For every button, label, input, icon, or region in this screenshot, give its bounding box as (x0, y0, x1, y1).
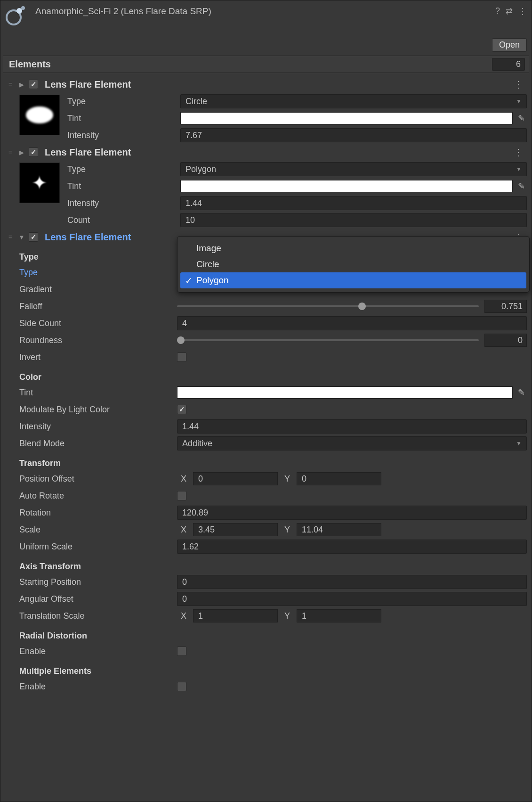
elements-count[interactable]: 6 (492, 58, 525, 71)
roundness-value[interactable]: 0 (484, 334, 527, 347)
gradient-label: Gradient (19, 285, 177, 295)
element-2-header: = ▶ Lens Flare Element ⋮ (5, 144, 527, 161)
element-1-header: = ▶ Lens Flare Element ⋮ (5, 76, 527, 93)
x-label: X (177, 525, 190, 535)
tint-color-field[interactable] (180, 112, 513, 124)
scale-label: Scale (19, 525, 177, 535)
y-label: Y (281, 525, 294, 535)
falloff-slider[interactable]: 0.751 (177, 300, 527, 313)
position-y-field[interactable]: 0 (297, 472, 381, 485)
y-label: Y (281, 611, 294, 621)
intensity-field[interactable]: 1.44 (180, 196, 527, 210)
modulate-label: Modulate By Light Color (19, 405, 177, 415)
side-count-field[interactable]: 4 (177, 316, 527, 330)
drag-handle-icon[interactable]: = (5, 233, 15, 241)
section-type: Type (19, 246, 177, 264)
open-button[interactable]: Open (492, 38, 527, 52)
asset-title: Anamorphic_Sci-Fi 2 (Lens Flare Data SRP… (35, 5, 495, 16)
element-enabled-checkbox[interactable] (29, 80, 38, 89)
blend-mode-dropdown[interactable]: Additive▼ (177, 436, 527, 450)
caret-down-icon: ▼ (516, 98, 522, 105)
uniform-scale-label: Uniform Scale (19, 542, 177, 552)
falloff-label: Falloff (19, 302, 177, 311)
popup-option-image[interactable]: Image (180, 240, 526, 256)
starting-position-field[interactable]: 0 (177, 575, 527, 589)
kebab-icon[interactable]: ⋮ (510, 147, 527, 158)
y-label: Y (281, 474, 294, 484)
angular-offset-field[interactable]: 0 (177, 592, 527, 606)
inspector-panel: Anamorphic_Sci-Fi 2 (Lens Flare Data SRP… (0, 0, 532, 802)
count-field[interactable]: 10 (180, 213, 527, 227)
type-label: Type (67, 164, 180, 174)
foldout-arrow-icon[interactable]: ▶ (17, 149, 26, 156)
element-thumbnail[interactable] (19, 163, 60, 203)
element-title: Lens Flare Element (41, 232, 131, 243)
element-thumbnail[interactable] (19, 95, 60, 135)
intensity-field[interactable]: 7.67 (180, 128, 527, 142)
tint-label: Tint (67, 114, 180, 123)
type-dropdown[interactable]: Polygon▼ (180, 162, 527, 176)
tint-label: Tint (19, 388, 177, 398)
element-3-body: Type Type ▼ Image Circle Polygon Gradien… (5, 246, 527, 695)
svg-point-2 (21, 6, 25, 10)
inspector-header: Anamorphic_Sci-Fi 2 (Lens Flare Data SRP… (0, 0, 532, 38)
drag-handle-icon[interactable]: = (5, 148, 15, 156)
x-label: X (177, 474, 190, 484)
multiple-enable-checkbox[interactable] (177, 682, 186, 691)
eyedropper-icon[interactable]: ✎ (516, 181, 527, 191)
scale-y-field[interactable]: 11.04 (297, 523, 381, 536)
multiple-enable-label: Enable (19, 682, 177, 692)
section-radial-distortion: Radial Distortion (19, 624, 177, 643)
radial-enable-checkbox[interactable] (177, 647, 186, 656)
side-count-label: Side Count (19, 319, 177, 328)
type-popup: Image Circle Polygon (177, 236, 530, 293)
uniform-scale-field[interactable]: 1.62 (177, 540, 527, 554)
type-label: Type (67, 97, 180, 106)
preset-icon[interactable]: ⇄ (506, 6, 513, 16)
translation-x-field[interactable]: 1 (193, 609, 278, 622)
starting-position-label: Starting Position (19, 577, 177, 587)
element-enabled-checkbox[interactable] (29, 147, 38, 157)
menu-icon[interactable]: ⋮ (518, 6, 527, 16)
eyedropper-icon[interactable]: ✎ (516, 387, 527, 398)
count-label: Count (67, 215, 180, 225)
tint-color-field[interactable] (180, 180, 513, 192)
invert-checkbox[interactable] (177, 352, 186, 362)
scale-x-field[interactable]: 3.45 (193, 523, 278, 536)
intensity-label: Intensity (67, 198, 180, 208)
element-title: Lens Flare Element (41, 79, 131, 90)
asset-icon (5, 5, 26, 26)
elements-header: Elements 6 (3, 56, 529, 73)
intensity-field[interactable]: 1.44 (177, 419, 527, 434)
auto-rotate-checkbox[interactable] (177, 491, 186, 500)
type-label-active: Type (19, 268, 177, 278)
tint-color-field[interactable] (177, 386, 513, 399)
element-enabled-checkbox[interactable] (29, 232, 38, 242)
roundness-slider[interactable]: 0 (177, 334, 527, 347)
elements-title: Elements (9, 59, 492, 70)
falloff-value[interactable]: 0.751 (484, 300, 527, 313)
caret-down-icon: ▼ (516, 166, 522, 172)
foldout-arrow-icon[interactable]: ▼ (17, 234, 26, 241)
drag-handle-icon[interactable]: = (5, 81, 15, 88)
section-color: Color (19, 366, 177, 384)
x-label: X (177, 611, 190, 621)
help-icon[interactable]: ? (495, 6, 500, 16)
invert-label: Invert (19, 352, 177, 362)
kebab-icon[interactable]: ⋮ (510, 79, 527, 90)
rotation-field[interactable]: 120.89 (177, 506, 527, 520)
foldout-arrow-icon[interactable]: ▶ (17, 81, 26, 88)
translation-y-field[interactable]: 1 (297, 609, 381, 622)
popup-option-circle[interactable]: Circle (180, 256, 526, 272)
position-x-field[interactable]: 0 (193, 472, 278, 485)
type-dropdown[interactable]: Circle▼ (180, 94, 527, 108)
section-axis-transform: Axis Transform (19, 555, 177, 573)
popup-option-polygon[interactable]: Polygon (180, 272, 526, 288)
auto-rotate-label: Auto Rotate (19, 491, 177, 501)
intensity-label: Intensity (19, 422, 177, 432)
eyedropper-icon[interactable]: ✎ (516, 113, 527, 123)
modulate-checkbox[interactable] (177, 405, 186, 414)
element-1-body: Type Circle▼ Tint ✎ Intensity 7.67 (5, 93, 527, 144)
angular-offset-label: Angular Offset (19, 594, 177, 604)
roundness-label: Roundness (19, 336, 177, 345)
